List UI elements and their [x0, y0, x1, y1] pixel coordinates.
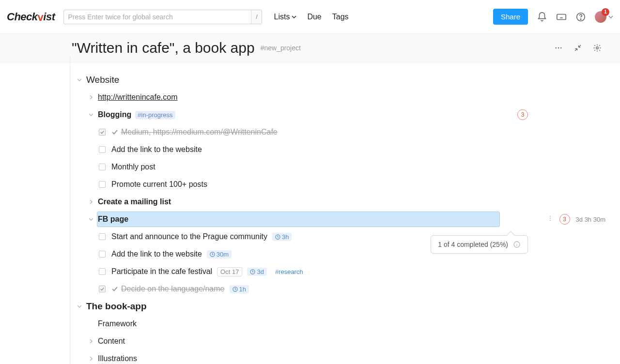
item-label: Framework — [98, 319, 137, 328]
item-label: Monthly post — [111, 163, 155, 171]
item-label: Content — [98, 337, 125, 346]
more-icon[interactable] — [554, 44, 563, 52]
chevron-down-icon[interactable] — [76, 76, 83, 84]
item-label: Add the link to the website — [111, 250, 202, 258]
item-label: Website — [86, 75, 119, 85]
chevron-down-icon — [292, 13, 296, 21]
selection-highlight — [97, 212, 500, 227]
list-item-framework[interactable]: Framework — [0, 315, 620, 333]
item-label: Blogging — [98, 110, 131, 119]
effort-value: 30m — [217, 251, 229, 258]
nav-lists[interactable]: Lists — [274, 13, 296, 21]
list-item-medium[interactable]: Medium, https://medium.com/@WritteninCaf… — [0, 123, 620, 141]
nav-tags[interactable]: Tags — [332, 13, 349, 21]
list-item-website[interactable]: Website — [0, 71, 620, 89]
chevron-right-icon[interactable] — [87, 337, 95, 345]
share-button[interactable]: Share — [493, 9, 528, 25]
item-label: Illustrations — [98, 354, 137, 363]
effort-badge[interactable]: 3d — [247, 268, 266, 276]
item-label: Create a mailing list — [98, 197, 171, 206]
svg-point-9 — [550, 220, 551, 221]
checkbox[interactable] — [99, 129, 106, 136]
list-item-blogging[interactable]: Blogging #in-progress 3 — [0, 106, 620, 123]
effort-summary: 3d 3h 30m — [576, 216, 605, 223]
checkbox[interactable] — [99, 164, 106, 170]
item-label: The book-app — [86, 301, 147, 312]
page-title: "Written in cafe", a book app — [72, 40, 255, 56]
svg-rect-0 — [557, 14, 566, 19]
chevron-right-icon[interactable] — [87, 93, 95, 101]
list-item-content[interactable]: Content — [0, 333, 620, 350]
tag-research[interactable]: #research — [273, 268, 306, 276]
top-nav: Lists Due Tags — [274, 13, 348, 21]
item-menu-icon[interactable] — [547, 215, 554, 224]
effort-badge[interactable]: 3h — [272, 233, 292, 241]
due-date-badge[interactable]: Oct 17 — [217, 267, 242, 276]
checkbox[interactable] — [99, 251, 106, 258]
effort-badge[interactable]: 30m — [207, 250, 232, 258]
list-item-fb-decide[interactable]: Decide on the language/name 1h — [0, 280, 620, 298]
checkbox[interactable] — [99, 233, 106, 240]
list-item-monthly[interactable]: Monthly post — [0, 158, 620, 176]
help-icon[interactable] — [575, 12, 586, 22]
effort-value: 1h — [239, 286, 246, 293]
header-right: Share 1 — [493, 9, 613, 25]
svg-point-5 — [560, 47, 561, 48]
item-link[interactable]: http://writtenincafe.com — [98, 93, 178, 102]
item-label: FB page — [98, 215, 128, 224]
chevron-right-icon[interactable] — [87, 355, 95, 363]
search-wrap: / — [63, 10, 262, 24]
list-item-promote[interactable]: Promote current 100+ posts — [0, 176, 620, 193]
title-bar: "Written in cafe", a book app #new_proje… — [0, 34, 620, 62]
list-item-fb-page[interactable]: FB page 3 3d 3h 30m — [0, 211, 620, 228]
effort-badge[interactable]: 1h — [230, 285, 249, 293]
user-menu[interactable]: 1 — [595, 11, 613, 23]
checkbox[interactable] — [99, 146, 106, 153]
list-item-illustrations[interactable]: Illustrations — [0, 350, 620, 364]
keyboard-icon[interactable] — [556, 12, 567, 22]
list-item-bookapp[interactable]: The book-app — [0, 298, 620, 315]
done-icon — [111, 129, 118, 136]
gear-icon[interactable] — [593, 44, 602, 52]
progress-tooltip: 1 of 4 completed (25%) — [431, 235, 528, 254]
checkbox[interactable] — [99, 181, 106, 188]
list-item-mailing[interactable]: Create a mailing list — [0, 193, 620, 211]
title-tools — [554, 44, 602, 52]
item-label: Add the link to the website — [111, 145, 202, 154]
priority-badge[interactable]: 3 — [559, 214, 570, 225]
chevron-right-icon[interactable] — [87, 198, 95, 206]
chevron-down-icon[interactable] — [87, 111, 95, 119]
item-label: Start and announce to the Prague communi… — [111, 232, 267, 241]
chevron-down-icon[interactable] — [87, 215, 95, 223]
tooltip-text: 1 of 4 completed (25%) — [438, 241, 508, 248]
priority-badge[interactable]: 3 — [517, 109, 528, 120]
info-icon[interactable] — [513, 241, 521, 248]
logo[interactable]: Checkvist — [7, 11, 55, 23]
nav-due[interactable]: Due — [307, 13, 321, 21]
effort-value: 3d — [257, 268, 264, 275]
collapse-icon[interactable] — [574, 44, 582, 52]
item-label: Participate in the cafe festival — [111, 267, 212, 276]
list-item-url[interactable]: http://writtenincafe.com — [0, 89, 620, 106]
notification-badge: 1 — [602, 8, 609, 16]
list-item-addlink1[interactable]: Add the link to the website — [0, 141, 620, 158]
svg-point-2 — [580, 18, 581, 19]
bell-icon[interactable] — [537, 12, 547, 22]
item-label: Promote current 100+ posts — [111, 180, 207, 189]
svg-point-6 — [596, 47, 599, 49]
logo-check-icon: v — [38, 11, 44, 24]
item-label: Decide on the language/name — [121, 285, 225, 293]
svg-point-8 — [550, 218, 551, 219]
tag-in-progress[interactable]: #in-progress — [135, 111, 175, 119]
search-input[interactable] — [63, 10, 262, 24]
list-item-fb-festival[interactable]: Participate in the cafe festival Oct 17 … — [0, 263, 620, 280]
logo-text-left: Check — [7, 11, 38, 23]
item-label: Medium, https://medium.com/@WritteninCaf… — [121, 128, 278, 136]
checkbox[interactable] — [99, 286, 106, 292]
effort-value: 3h — [282, 233, 289, 241]
nav-lists-label: Lists — [274, 13, 290, 21]
checkbox[interactable] — [99, 268, 106, 275]
page-hashtag[interactable]: #new_project — [261, 44, 301, 52]
done-icon — [111, 286, 118, 292]
chevron-down-icon[interactable] — [76, 303, 83, 310]
